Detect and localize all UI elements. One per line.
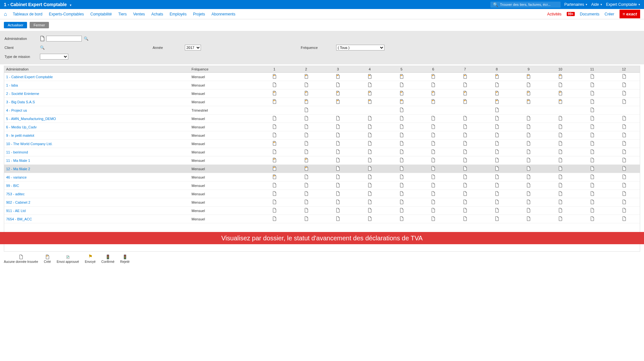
- status-cell[interactable]: [354, 173, 386, 181]
- status-cell[interactable]: [385, 115, 417, 123]
- status-cell[interactable]: [259, 198, 290, 207]
- administration-input[interactable]: [46, 36, 82, 42]
- status-cell[interactable]: [576, 190, 608, 198]
- status-cell[interactable]: [417, 148, 449, 156]
- status-cell[interactable]: [385, 73, 417, 81]
- status-cell[interactable]: [545, 181, 576, 190]
- nav-item[interactable]: Achats: [151, 12, 163, 16]
- status-cell[interactable]: [290, 140, 322, 148]
- status-cell[interactable]: [322, 89, 354, 98]
- status-cell[interactable]: [385, 148, 417, 156]
- status-cell[interactable]: [290, 198, 322, 207]
- status-cell[interactable]: [385, 207, 417, 215]
- status-cell[interactable]: [385, 198, 417, 207]
- table-row[interactable]: 1 - labaMensuel: [4, 81, 640, 89]
- status-cell[interactable]: [513, 198, 545, 207]
- status-cell[interactable]: [417, 156, 449, 165]
- status-cell[interactable]: [385, 123, 417, 131]
- admin-link[interactable]: 9 - le petit matelot: [6, 134, 34, 137]
- status-cell[interactable]: [259, 181, 290, 190]
- status-cell[interactable]: [290, 123, 322, 131]
- table-row[interactable]: 10 - The World Company Ltd.Mensuel: [4, 140, 640, 148]
- status-cell[interactable]: [322, 215, 354, 223]
- status-cell[interactable]: [354, 165, 386, 173]
- aide-link[interactable]: Aide: [591, 2, 602, 7]
- admin-search-icon[interactable]: 🔍: [84, 36, 88, 41]
- status-cell[interactable]: [322, 173, 354, 181]
- status-cell[interactable]: [449, 115, 481, 123]
- col-month[interactable]: 8: [481, 66, 513, 73]
- status-cell[interactable]: [354, 73, 386, 81]
- status-cell[interactable]: [354, 89, 386, 98]
- nav-item[interactable]: Employés: [170, 12, 187, 16]
- admin-link[interactable]: 2 - Société Eninterne: [6, 92, 39, 96]
- status-cell[interactable]: [576, 106, 608, 115]
- col-month[interactable]: 2: [290, 66, 322, 73]
- status-cell[interactable]: [545, 131, 576, 140]
- status-cell[interactable]: [385, 89, 417, 98]
- status-cell[interactable]: [545, 123, 576, 131]
- status-cell[interactable]: [322, 148, 354, 156]
- status-cell[interactable]: [449, 190, 481, 198]
- admin-link[interactable]: 11 - berimond: [6, 150, 28, 154]
- nav-item[interactable]: Comptabilité: [90, 12, 112, 16]
- table-row[interactable]: 911 - AE LtdMensuel: [4, 207, 640, 215]
- status-cell[interactable]: [417, 123, 449, 131]
- nav-item[interactable]: Tableaux de bord: [13, 12, 43, 16]
- status-cell[interactable]: [545, 89, 576, 98]
- status-cell[interactable]: [513, 140, 545, 148]
- status-cell[interactable]: [576, 156, 608, 165]
- status-cell[interactable]: [608, 89, 640, 98]
- status-cell[interactable]: [576, 165, 608, 173]
- status-cell[interactable]: [513, 89, 545, 98]
- status-cell[interactable]: [481, 98, 513, 106]
- status-cell[interactable]: [322, 198, 354, 207]
- status-cell[interactable]: [513, 165, 545, 173]
- refresh-button[interactable]: Actualiser: [4, 22, 27, 28]
- status-cell[interactable]: [354, 98, 386, 106]
- status-cell[interactable]: [481, 123, 513, 131]
- status-cell[interactable]: [259, 156, 290, 165]
- status-cell[interactable]: [290, 106, 322, 115]
- admin-link[interactable]: 911 - AE Ltd: [6, 209, 26, 213]
- status-cell[interactable]: [354, 215, 386, 223]
- status-cell[interactable]: [259, 148, 290, 156]
- status-cell[interactable]: [354, 156, 386, 165]
- table-row[interactable]: 11 - Ma filiale 1Mensuel: [4, 156, 640, 165]
- status-cell[interactable]: [608, 106, 640, 115]
- status-cell[interactable]: [354, 115, 386, 123]
- status-cell[interactable]: [545, 190, 576, 198]
- status-cell[interactable]: [354, 123, 386, 131]
- status-cell[interactable]: [417, 73, 449, 81]
- status-cell[interactable]: [513, 156, 545, 165]
- status-cell[interactable]: [322, 207, 354, 215]
- status-cell[interactable]: [513, 215, 545, 223]
- client-search-icon[interactable]: 🔍: [40, 45, 44, 50]
- admin-link[interactable]: 753 - aditec: [6, 192, 24, 196]
- status-cell[interactable]: [608, 131, 640, 140]
- status-cell[interactable]: [576, 173, 608, 181]
- status-cell[interactable]: [545, 165, 576, 173]
- status-cell[interactable]: [449, 207, 481, 215]
- status-cell[interactable]: [481, 165, 513, 173]
- document-icon[interactable]: [40, 36, 44, 41]
- status-cell[interactable]: [259, 98, 290, 106]
- col-month[interactable]: 11: [576, 66, 608, 73]
- search-input[interactable]: [500, 3, 558, 6]
- admin-link[interactable]: 4 - Project us: [6, 108, 27, 112]
- col-month[interactable]: 7: [449, 66, 481, 73]
- table-row[interactable]: 99 - BICMensuel: [4, 181, 640, 190]
- status-cell[interactable]: [417, 173, 449, 181]
- status-cell[interactable]: [354, 106, 386, 115]
- status-cell[interactable]: [385, 81, 417, 89]
- status-cell[interactable]: [417, 81, 449, 89]
- status-cell[interactable]: [385, 131, 417, 140]
- status-cell[interactable]: [545, 81, 576, 89]
- status-cell[interactable]: [449, 165, 481, 173]
- status-cell[interactable]: [576, 207, 608, 215]
- close-button[interactable]: Fermer: [30, 22, 49, 28]
- table-row[interactable]: 7654 - BM_ACCMensuel: [4, 215, 640, 223]
- status-cell[interactable]: [354, 181, 386, 190]
- status-cell[interactable]: [290, 73, 322, 81]
- status-cell[interactable]: [354, 140, 386, 148]
